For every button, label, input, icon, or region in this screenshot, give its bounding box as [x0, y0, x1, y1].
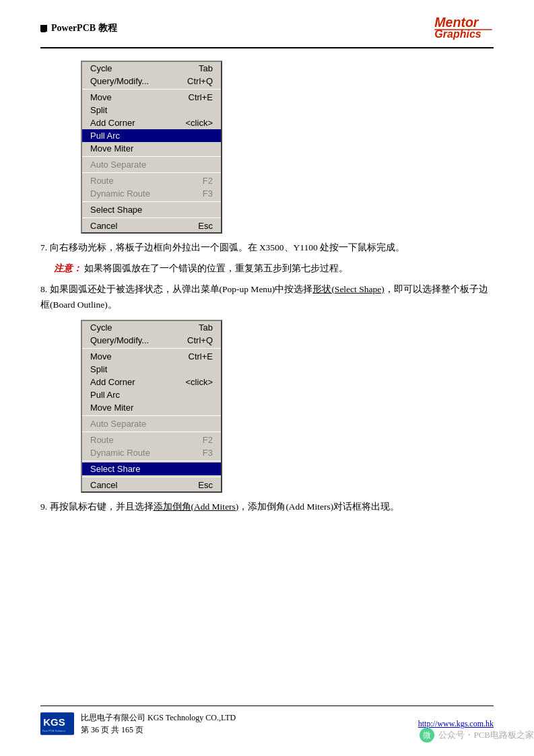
menu1-sep5 [82, 217, 221, 218]
svg-text:KGS: KGS [43, 716, 65, 728]
context-menu-2: Cycle Tab Query/Modify... Ctrl+Q Move Ct… [81, 320, 222, 493]
menu1-cycle[interactable]: Cycle Tab [82, 62, 221, 75]
menu2-sep1 [82, 348, 221, 349]
menu2-split[interactable]: Split [82, 363, 221, 376]
add-miters-link: 添加倒角(Add Miters) [154, 502, 239, 512]
page: ■ PowerPCB 教程 Mentor Graphics Cycle Tab … [0, 0, 534, 756]
menu1-move-miter[interactable]: Move Miter [82, 142, 221, 155]
menu2-route: Route F2 [82, 434, 221, 446]
menu2-move-miter[interactable]: Move Miter [82, 401, 221, 414]
select-share-label: Select Share [90, 464, 140, 474]
wechat-icon: 微 [420, 728, 434, 743]
header-title-area: ■ PowerPCB 教程 [40, 22, 117, 34]
menu1-route: Route F2 [82, 174, 221, 187]
menu2-sep4 [82, 460, 221, 461]
footer-company-name: 比思电子有限公司 KGS Technology CO.,LTD [81, 712, 236, 724]
menu1-sep2 [82, 156, 221, 157]
menu1-pull-arc[interactable]: Pull Arc [82, 129, 221, 142]
menu1-cancel[interactable]: Cancel Esc [82, 219, 221, 232]
menu1-sep1 [82, 89, 221, 90]
menu2-move[interactable]: Move Ctrl+E [82, 350, 221, 363]
menu2-dynamic-route: Dynamic Route F3 [82, 446, 221, 459]
footer-page-info: 第 36 页 共 165 页 [81, 724, 236, 736]
watermark-text: 公众号・PCB电路板之家 [438, 729, 534, 741]
svg-text:微: 微 [423, 730, 431, 740]
menu2-auto-separate: Auto Separate [82, 417, 221, 430]
menu2-select-shape[interactable]: Select Share [82, 462, 221, 475]
svg-text:Your PCB Solution: Your PCB Solution [42, 729, 66, 732]
kgs-logo: KGS Your PCB Solution [40, 712, 74, 736]
select-shape-link: 形状(Select Shape) [312, 284, 384, 294]
page-header: ■ PowerPCB 教程 Mentor Graphics [40, 13, 494, 48]
menu2-add-corner[interactable]: Add Corner <click> [82, 376, 221, 388]
step8-text: 8. 如果圆弧还处于被选择状态，从弹出菜单(Pop-up Menu)中按选择形状… [40, 282, 494, 313]
menu1-query-modify[interactable]: Query/Modify... Ctrl+Q [82, 75, 221, 88]
menu1-add-corner[interactable]: Add Corner <click> [82, 116, 221, 129]
footer-left-area: KGS Your PCB Solution 比思电子有限公司 KGS Techn… [40, 712, 236, 736]
context-menu-1: Cycle Tab Query/Modify... Ctrl+Q Move Ct… [81, 61, 222, 234]
menu1-auto-separate: Auto Separate [82, 158, 221, 171]
menu2-sep2 [82, 415, 221, 416]
menu1-sep4 [82, 201, 221, 202]
note-text: 如果将圆弧放在了一个错误的位置，重复第五步到第七步过程。 [84, 263, 348, 273]
header-square-icon: ■ [40, 25, 47, 32]
menu1-select-shape[interactable]: Select Shape [82, 203, 221, 216]
menu2-cycle[interactable]: Cycle Tab [82, 321, 221, 334]
menu1-split[interactable]: Split [82, 104, 221, 116]
footer-company-info: 比思电子有限公司 KGS Technology CO.,LTD 第 36 页 共… [81, 712, 236, 736]
menu2-pull-arc[interactable]: Pull Arc [82, 388, 221, 401]
mentor-graphics-logo: Mentor Graphics [433, 13, 494, 40]
menu2-sep3 [82, 432, 221, 432]
menu1-move[interactable]: Move Ctrl+E [82, 91, 221, 104]
mentor-logo-area: Mentor Graphics [433, 13, 494, 43]
menu2-cancel[interactable]: Cancel Esc [82, 479, 221, 491]
header-title: PowerPCB 教程 [51, 22, 117, 34]
menu2-sep5 [82, 477, 221, 477]
menu1-sep3 [82, 172, 221, 173]
note1: 注意： 如果将圆弧放在了一个错误的位置，重复第五步到第七步过程。 [54, 261, 494, 277]
note-label: 注意： [54, 263, 82, 273]
step7-text: 7. 向右移动光标，将板子边框向外拉出一个圆弧。在 X3500、Y1100 处按… [40, 240, 494, 256]
menu2-query-modify[interactable]: Query/Modify... Ctrl+Q [82, 334, 221, 347]
watermark-area: 微 公众号・PCB电路板之家 [420, 728, 534, 743]
svg-text:Mentor: Mentor [434, 15, 479, 30]
menu1-dynamic-route: Dynamic Route F3 [82, 187, 221, 200]
step9-text: 9. 再按鼠标右键，并且选择添加倒角(Add Miters)，添加倒角(Add … [40, 500, 494, 515]
